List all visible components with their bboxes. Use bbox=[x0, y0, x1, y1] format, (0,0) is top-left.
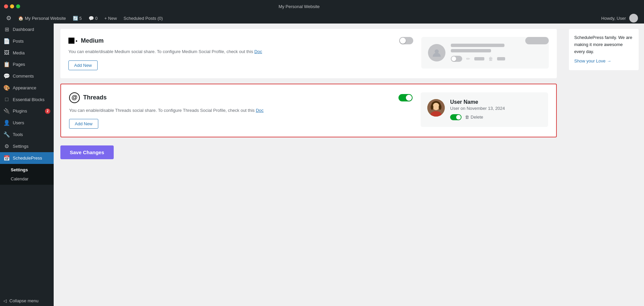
pages-icon: 📋 bbox=[3, 61, 10, 68]
wp-icon: ⚙ bbox=[6, 14, 11, 22]
settings-icon: ⚙ bbox=[3, 143, 10, 149]
sidebar-subitem-calendar[interactable]: Calendar bbox=[0, 174, 54, 183]
main-layout: ⊞ Dashboard 📄 Posts 🖼 Media 📋 Pages 💬 Co… bbox=[0, 24, 644, 306]
threads-add-new-button[interactable]: Add New bbox=[69, 119, 98, 129]
sidebar-item-schedulepress[interactable]: 📅 SchedulePress bbox=[0, 152, 54, 164]
plugins-icon: 🔌 bbox=[3, 108, 10, 114]
threads-user-actions: 🗑 Delete bbox=[450, 114, 541, 120]
posts-icon: 📄 bbox=[3, 38, 10, 44]
media-icon: 🖼 bbox=[3, 50, 10, 56]
medium-preview-line4 bbox=[497, 57, 505, 60]
sidebar-item-pages[interactable]: 📋 Pages bbox=[0, 58, 54, 70]
content-area: ● ● Medium You can enable/disable Medium… bbox=[54, 24, 644, 306]
admin-bar-wp-logo[interactable]: ⚙ bbox=[3, 13, 15, 24]
arrow-icon: → bbox=[607, 58, 611, 65]
sidebar-item-users[interactable]: 👤 Users bbox=[0, 117, 54, 129]
medium-toggle[interactable] bbox=[399, 37, 413, 44]
medium-description: You can enable/disable Medium social sha… bbox=[68, 48, 413, 55]
admin-bar-howdy[interactable]: Howdy, User bbox=[598, 14, 641, 23]
home-icon: 🏠 bbox=[18, 16, 23, 21]
threads-title-row: @ Threads bbox=[69, 92, 107, 103]
right-sidebar-text: SchedulePress family. We are making it m… bbox=[574, 34, 633, 55]
sidebar-item-comments[interactable]: 💬 Comments bbox=[0, 70, 54, 82]
admin-bar-site-name[interactable]: 🏠 My Personal Website bbox=[15, 13, 69, 24]
medium-section-header: ● ● Medium bbox=[68, 37, 413, 44]
threads-user-toggle[interactable] bbox=[450, 114, 462, 120]
admin-bar-scheduled-posts[interactable]: Scheduled Posts (0) bbox=[120, 13, 166, 24]
threads-user-info: User Name User on November 13, 2024 🗑 De… bbox=[450, 99, 541, 120]
right-sidebar: SchedulePress family. We are making it m… bbox=[564, 24, 644, 306]
save-changes-button[interactable]: Save Changes bbox=[60, 145, 114, 159]
admin-bar-updates[interactable]: 🔄 5 bbox=[69, 13, 85, 24]
close-button[interactable] bbox=[4, 4, 8, 8]
main-content: ● ● Medium You can enable/disable Medium… bbox=[54, 24, 564, 306]
threads-logo: @ bbox=[69, 92, 80, 103]
traffic-lights bbox=[4, 4, 20, 8]
medium-title-row: ● ● Medium bbox=[68, 37, 104, 44]
sidebar-subitem-settings[interactable]: Settings bbox=[0, 165, 54, 174]
show-love-link[interactable]: Show your Love → bbox=[574, 58, 633, 65]
sidebar-item-essential-blocks[interactable]: □ Essential Blocks bbox=[0, 94, 54, 105]
window-title: My Personal Website bbox=[278, 4, 320, 9]
comments-icon: 💬 bbox=[3, 73, 10, 79]
medium-preview-toggle bbox=[451, 56, 462, 62]
threads-doc-link[interactable]: Doc bbox=[256, 108, 264, 113]
medium-title: Medium bbox=[81, 37, 104, 44]
admin-bar-right: Howdy, User bbox=[598, 14, 641, 23]
updates-icon: 🔄 bbox=[73, 16, 78, 21]
delete-icon: 🗑 bbox=[488, 56, 493, 61]
medium-preview-info: ✏ 🗑 bbox=[451, 44, 542, 62]
sidebar-item-posts[interactable]: 📄 Posts bbox=[0, 35, 54, 47]
dashboard-icon: ⊞ bbox=[3, 26, 10, 33]
sidebar-collapse-button[interactable]: ◁ Collapse menu bbox=[0, 296, 54, 306]
medium-doc-link[interactable]: Doc bbox=[254, 49, 262, 54]
sidebar-item-dashboard[interactable]: ⊞ Dashboard bbox=[0, 24, 54, 35]
threads-user-avatar bbox=[427, 99, 445, 117]
trash-icon: 🗑 bbox=[465, 115, 469, 120]
threads-delete-button[interactable]: 🗑 Delete bbox=[465, 115, 483, 120]
medium-preview-line1 bbox=[451, 44, 504, 47]
schedulepress-icon: 📅 bbox=[3, 155, 10, 161]
threads-title: Threads bbox=[83, 94, 107, 101]
threads-username: User Name bbox=[450, 99, 541, 105]
sidebar-item-media[interactable]: 🖼 Media bbox=[0, 47, 54, 58]
medium-dot1: ● bbox=[68, 38, 74, 44]
minimize-button[interactable] bbox=[10, 4, 14, 8]
medium-preview-line2 bbox=[451, 49, 491, 52]
tools-icon: 🔧 bbox=[3, 131, 10, 138]
users-icon: 👤 bbox=[3, 120, 10, 126]
admin-bar: ⚙ 🏠 My Personal Website 🔄 5 💬 0 + New Sc… bbox=[0, 13, 644, 24]
admin-bar-new[interactable]: + New bbox=[101, 13, 120, 24]
sidebar: ⊞ Dashboard 📄 Posts 🖼 Media 📋 Pages 💬 Co… bbox=[0, 24, 54, 306]
user-avatar-small bbox=[629, 14, 638, 23]
sidebar-item-settings[interactable]: ⚙ Settings bbox=[0, 140, 54, 152]
threads-user-card: User Name User on November 13, 2024 🗑 De… bbox=[421, 92, 548, 127]
medium-preview-avatar bbox=[428, 44, 445, 61]
plugins-badge: 2 bbox=[45, 108, 50, 114]
threads-toggle[interactable] bbox=[398, 94, 413, 101]
sidebar-item-appearance[interactable]: 🎨 Appearance bbox=[0, 82, 54, 94]
appearance-icon: 🎨 bbox=[3, 85, 10, 91]
medium-logo: ● ● bbox=[68, 38, 77, 44]
sidebar-item-tools[interactable]: 🔧 Tools bbox=[0, 129, 54, 140]
right-sidebar-card: SchedulePress family. We are making it m… bbox=[569, 29, 639, 70]
maximize-button[interactable] bbox=[16, 4, 20, 8]
medium-preview-line3 bbox=[474, 57, 484, 60]
svg-point-4 bbox=[431, 104, 433, 110]
admin-bar-comments[interactable]: 💬 0 bbox=[85, 13, 101, 24]
threads-description: You can enable/disable Threads social sh… bbox=[69, 107, 413, 114]
medium-add-new-button[interactable]: Add New bbox=[68, 60, 98, 70]
sidebar-submenu: Settings Calendar bbox=[0, 164, 54, 185]
svg-point-5 bbox=[439, 104, 441, 110]
medium-preview-button bbox=[525, 37, 549, 44]
medium-section-right: ✏ 🗑 bbox=[421, 37, 549, 69]
medium-section: ● ● Medium You can enable/disable Medium… bbox=[60, 29, 557, 78]
medium-section-left: ● ● Medium You can enable/disable Medium… bbox=[68, 37, 413, 70]
threads-section-left: @ Threads You can enable/disable Threads… bbox=[69, 92, 413, 129]
essential-blocks-icon: □ bbox=[3, 96, 10, 102]
sidebar-item-plugins[interactable]: 🔌 Plugins 2 bbox=[0, 105, 54, 117]
medium-dot2: ● bbox=[75, 39, 77, 43]
threads-section-right: User Name User on November 13, 2024 🗑 De… bbox=[421, 92, 548, 127]
collapse-icon: ◁ bbox=[3, 298, 7, 303]
edit-icon: ✏ bbox=[466, 56, 470, 61]
